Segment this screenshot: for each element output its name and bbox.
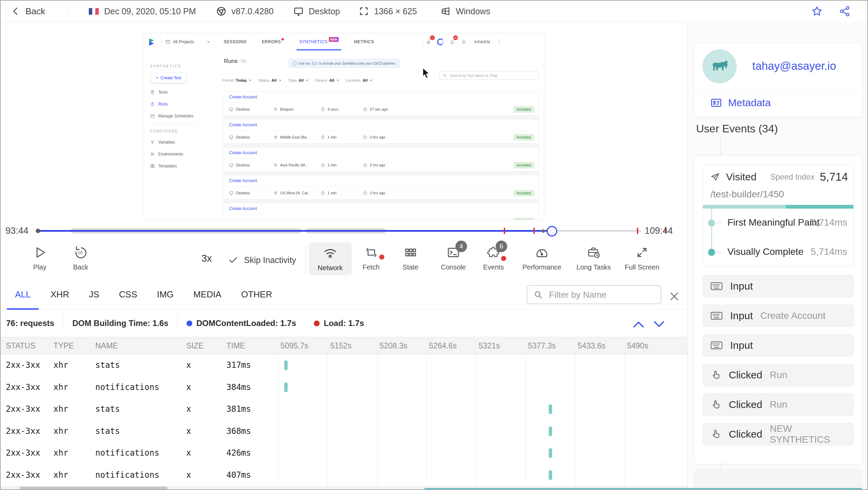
more-menu[interactable]: ⋮ <box>495 39 504 45</box>
network-tab-xhr[interactable]: XHR <box>50 280 69 310</box>
network-tab-all[interactable]: ALL <box>15 280 31 310</box>
share-button[interactable] <box>839 1 851 22</box>
table-row[interactable]: 2xx-3xx xhr stats x 381ms <box>1 398 687 420</box>
metric-dash <box>716 252 721 252</box>
timeline-start-dot <box>36 229 40 233</box>
error-marker[interactable] <box>504 228 505 234</box>
event-item-clicked[interactable]: Clicked Run <box>703 364 854 386</box>
event-item-input[interactable]: Input Create Account <box>703 305 854 327</box>
panel-long-tasks-button[interactable]: Long Tasks <box>570 245 617 271</box>
event-item-input[interactable]: Input <box>703 334 854 357</box>
table-row[interactable]: 2xx-3xx xhr stats x 317ms <box>1 355 687 376</box>
event-item-clicked[interactable]: Clicked NEW SYNTHETICS <box>703 423 854 445</box>
error-marker[interactable] <box>637 228 638 234</box>
filter-period[interactable]: PeriodToday▼ <box>222 78 252 82</box>
jump-next-button[interactable] <box>653 321 665 328</box>
run-title[interactable]: Create Account <box>224 119 539 131</box>
settings-button[interactable] <box>458 33 469 50</box>
run-row[interactable]: Create Account PASSED <box>223 203 539 220</box>
runs-search-input[interactable] <box>449 73 536 78</box>
close-panel-button[interactable] <box>669 291 680 302</box>
filter-type[interactable]: TypeAll▼ <box>288 78 308 82</box>
next-event-card-partial[interactable] <box>694 470 862 490</box>
table-row[interactable]: 2xx-3xx xhr notifications x 384ms <box>1 377 687 398</box>
panel-state-button[interactable]: State <box>390 245 431 271</box>
run-row[interactable]: Create Account Desktop US West (N. Cal..… <box>223 175 539 199</box>
tab-sessions[interactable]: SESSIONS <box>224 33 246 50</box>
speed-toggle[interactable]: 3x <box>196 253 217 264</box>
table-row[interactable]: 2xx-3xx xhr stats x 368ms <box>1 421 687 442</box>
cli-link[interactable]: CLI <box>312 62 318 65</box>
sidebar-item-tests[interactable]: Tests <box>150 89 205 95</box>
table-row[interactable]: 2xx-3xx xhr notifications x 407ms <box>1 464 687 486</box>
network-tab-other[interactable]: OTHER <box>241 280 272 310</box>
network-tab-media[interactable]: MEDIA <box>193 280 221 310</box>
sidebar-item-templates[interactable]: Templates <box>150 163 205 169</box>
announcements-button[interactable]: 1 <box>423 33 435 50</box>
tab-errors[interactable]: ERRORS <box>262 33 284 50</box>
runs-search[interactable] <box>439 71 539 80</box>
events-notification-dot <box>501 256 506 261</box>
skip-inactivity-toggle[interactable]: Skip Inactivity <box>228 255 296 265</box>
user-email-link[interactable]: tahay@asayer.io <box>752 60 836 72</box>
sidebar-item-runs[interactable]: Runs <box>150 101 205 107</box>
project-selector[interactable]: All Projects ▼ <box>161 33 214 50</box>
notifications-button[interactable]: 33 <box>446 33 458 50</box>
user-menu[interactable]: KRAIEM <box>469 33 495 50</box>
sidebar-item-variables[interactable]: Variables <box>150 140 205 145</box>
panel-performance-button[interactable]: Performance <box>518 245 566 271</box>
expand-icon <box>634 245 650 260</box>
scrollbar-thumb[interactable] <box>19 487 167 490</box>
network-tab-js[interactable]: JS <box>89 280 99 310</box>
filter-location[interactable]: LocationAll▼ <box>346 78 372 82</box>
error-marker[interactable] <box>533 228 535 234</box>
table-row[interactable]: 2xx-3xx xhr notifications x 426ms <box>1 442 687 464</box>
run-title[interactable]: Create Account <box>224 175 539 186</box>
panel-console-button[interactable]: 4 Console <box>433 245 474 271</box>
favorite-button[interactable] <box>811 1 823 22</box>
panel-fetch-button[interactable]: Fetch <box>351 245 391 271</box>
visited-event-card[interactable]: Visited Speed Index 5,714 /test-builder/… <box>703 165 854 267</box>
resolution-info: 1366 × 625 <box>359 1 417 22</box>
loading-spinner <box>435 33 446 50</box>
event-marker[interactable] <box>542 229 545 233</box>
monitor-icon <box>229 107 234 112</box>
network-filter-box[interactable] <box>527 285 661 304</box>
sidebar-item-environments[interactable]: Environments <box>150 151 205 157</box>
run-title[interactable]: Create Account <box>224 147 539 159</box>
event-item-clicked[interactable]: Clicked Run <box>703 393 854 416</box>
play-button[interactable]: Play <box>19 245 60 271</box>
event-item-input[interactable]: Input <box>703 275 854 297</box>
timeline-track[interactable] <box>37 220 641 241</box>
tab-synthetics[interactable]: SYNTHETICSNEW <box>299 33 339 50</box>
col-name: NAME <box>95 341 118 350</box>
table-header: STATUS TYPE NAME SIZE TIME 5095.7s 5152s… <box>1 337 687 355</box>
create-test-button[interactable]: + Create Test <box>150 72 187 83</box>
filter-status[interactable]: StatusAll▼ <box>258 78 281 82</box>
playhead-handle[interactable] <box>547 226 557 236</box>
back-10s-button[interactable]: 10 Back <box>60 245 101 271</box>
sliders-icon <box>150 152 155 157</box>
tab-metrics[interactable]: METRICS <box>354 33 374 50</box>
visited-progress-bar <box>703 205 853 209</box>
sidebar-item-manage-schedules[interactable]: Manage Schedules <box>150 113 205 119</box>
full-screen-button[interactable]: Full Screen <box>618 245 666 271</box>
network-tab-img[interactable]: IMG <box>157 280 174 310</box>
jump-previous-button[interactable] <box>632 321 645 328</box>
run-row[interactable]: Create Account Desktop Asia Pacific (M..… <box>223 147 539 172</box>
network-filter-input[interactable] <box>548 289 655 300</box>
metadata-button[interactable]: Metadata <box>710 97 771 109</box>
back-button[interactable]: Back <box>11 1 45 22</box>
replayed-app-nav: All Projects ▼ SESSIONS ERRORS SYNTHETIC… <box>144 33 544 51</box>
run-row[interactable]: Create Account Desktop Middle East (Ba..… <box>223 119 539 144</box>
clock-icon <box>363 135 367 140</box>
total-time-label: 109:44 <box>645 226 673 236</box>
run-title[interactable]: Create Account <box>224 92 539 103</box>
run-title[interactable]: Create Account <box>224 203 539 214</box>
panel-network-button[interactable]: Network <box>309 242 352 275</box>
network-tab-css[interactable]: CSS <box>119 280 137 310</box>
panel-events-button[interactable]: 6 Events <box>473 245 514 271</box>
app-logo-icon <box>147 37 157 47</box>
filter-device[interactable]: DeviceAll▼ <box>315 78 339 82</box>
run-row[interactable]: Create Account Desktop Belgium 4 secs 27… <box>223 91 539 116</box>
